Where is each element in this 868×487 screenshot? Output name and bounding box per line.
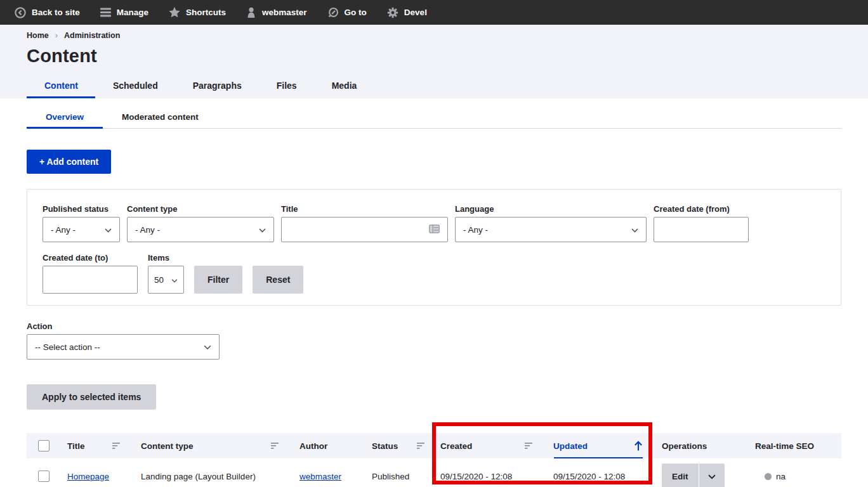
table-row: Homepage Landing page (Layout Builder) w… (27, 458, 841, 487)
primary-tabs: Content Scheduled Paragraphs Files Media (27, 75, 868, 98)
column-header-author[interactable]: Author (293, 433, 365, 458)
column-label: Updated (553, 441, 588, 451)
column-header-content-type[interactable]: Content type (135, 433, 293, 458)
created-to-input[interactable] (43, 266, 138, 294)
filter-button[interactable]: Filter (194, 266, 242, 294)
tab-scheduled[interactable]: Scheduled (95, 75, 175, 98)
filter-label: Published status (43, 204, 120, 214)
apply-to-selected-button[interactable]: Apply to selected items (27, 384, 156, 410)
chevron-down-icon (631, 225, 638, 235)
manage-button[interactable]: Manage (92, 0, 161, 25)
chevron-down-icon (171, 275, 178, 285)
items-select[interactable]: 50 (148, 266, 184, 294)
select-value: -- Select action -- (35, 342, 100, 352)
created-from-input[interactable] (654, 217, 749, 242)
back-icon (15, 7, 26, 18)
chevron-down-icon (204, 342, 211, 352)
filter-label: Items (148, 253, 184, 263)
sort-icon (525, 443, 533, 449)
column-header-created[interactable]: Created (434, 433, 547, 458)
autocomplete-table-icon (429, 224, 440, 235)
row-title-link[interactable]: Homepage (67, 472, 109, 481)
filter-items: Items 50 (148, 253, 184, 294)
add-content-button[interactable]: + Add content (27, 150, 111, 174)
search-goto-icon (327, 7, 339, 18)
toolbar-item-label: webmaster (262, 8, 307, 17)
column-header-title[interactable]: Title (61, 433, 135, 458)
filter-label: Created date (to) (43, 253, 138, 263)
page-header: Home › Administration Content Content Sc… (0, 25, 868, 98)
filter-created-from: Created date (from) (654, 204, 749, 242)
operations-dropbutton: Edit (662, 464, 725, 487)
column-label: Operations (662, 441, 707, 451)
column-label: Content type (141, 441, 194, 451)
back-to-site-button[interactable]: Back to site (6, 0, 92, 25)
row-author-link[interactable]: webmaster (299, 472, 341, 481)
sort-icon (112, 443, 121, 449)
toolbar-item-label: Shortcuts (186, 8, 226, 17)
reset-button[interactable]: Reset (253, 266, 303, 294)
tab-files[interactable]: Files (259, 75, 314, 98)
select-all-checkbox[interactable] (38, 440, 49, 451)
action-label: Action (27, 321, 868, 331)
toolbar-item-label: Devel (404, 8, 427, 17)
tab-media[interactable]: Media (314, 75, 374, 98)
breadcrumb-link-administration[interactable]: Administration (64, 31, 120, 40)
select-value: 50 (154, 275, 164, 285)
column-label: Created (440, 441, 472, 451)
sort-icon (271, 443, 279, 449)
filter-created-to: Created date (to) (43, 253, 138, 294)
title-input[interactable] (281, 217, 448, 242)
user-icon (246, 7, 256, 18)
tab-content[interactable]: Content (27, 75, 95, 98)
filter-label: Created date (from) (654, 204, 749, 214)
shortcuts-button[interactable]: Shortcuts (161, 0, 238, 25)
column-label: Real-time SEO (755, 441, 814, 451)
select-value: - Any - (51, 225, 76, 235)
column-header-status[interactable]: Status (365, 433, 434, 458)
sort-icon (417, 443, 425, 449)
gear-icon (387, 7, 398, 18)
devel-button[interactable]: Devel (379, 0, 439, 25)
row-checkbox[interactable] (38, 471, 49, 482)
table-header-row: Title Content type Author Status Created… (27, 433, 841, 458)
chevron-down-icon (105, 225, 112, 235)
seo-status-dot (765, 473, 772, 480)
column-label: Title (67, 441, 85, 451)
published-status-select[interactable]: - Any - (43, 217, 120, 242)
column-label: Author (299, 441, 327, 451)
menu-icon (100, 8, 111, 17)
sort-ascending-arrow-icon (634, 441, 643, 451)
user-account-button[interactable]: webmaster (238, 0, 319, 25)
row-created-date: 09/15/2020 - 12:08 (440, 472, 512, 481)
column-header-operations: Operations (652, 433, 749, 458)
content-type-select[interactable]: - Any - (127, 217, 274, 242)
tab-paragraphs[interactable]: Paragraphs (175, 75, 259, 98)
tab-moderated-content[interactable]: Moderated content (103, 108, 218, 129)
tab-overview[interactable]: Overview (27, 108, 103, 129)
operations-toggle-button[interactable] (699, 464, 725, 487)
edit-button[interactable]: Edit (662, 464, 699, 487)
chevron-down-icon (708, 472, 716, 481)
row-content-type: Landing page (Layout Builder) (141, 472, 256, 481)
star-icon (169, 7, 180, 18)
row-updated-date: 09/15/2020 - 12:08 (553, 472, 625, 481)
filter-panel: Published status - Any - Content type - … (27, 189, 841, 306)
filter-label: Content type (127, 204, 274, 214)
filter-label: Title (281, 204, 448, 214)
breadcrumb: Home › Administration (27, 30, 868, 40)
column-header-updated[interactable]: Updated (547, 433, 652, 458)
content-table: Title Content type Author Status Created… (27, 433, 841, 487)
page-title: Content (27, 46, 868, 67)
action-select[interactable]: -- Select action -- (27, 334, 220, 360)
breadcrumb-link-home[interactable]: Home (27, 31, 49, 40)
toolbar-item-label: Back to site (32, 8, 80, 17)
toolbar-item-label: Go to (345, 8, 367, 17)
toolbar-item-label: Manage (117, 8, 148, 17)
goto-button[interactable]: Go to (319, 0, 379, 25)
select-value: - Any - (135, 225, 160, 235)
secondary-tabs: Overview Moderated content (27, 108, 841, 129)
language-select[interactable]: - Any - (455, 217, 647, 242)
row-seo-value: na (776, 472, 786, 481)
breadcrumb-separator: › (55, 30, 58, 40)
